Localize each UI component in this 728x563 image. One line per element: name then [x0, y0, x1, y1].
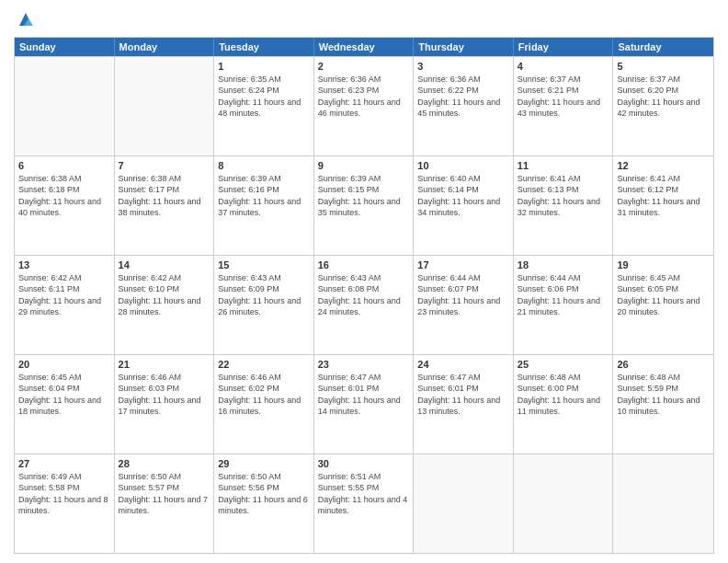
cell-info: Sunrise: 6:49 AM Sunset: 5:58 PM Dayligh…: [18, 471, 110, 516]
day-cell: 4Sunrise: 6:37 AM Sunset: 6:21 PM Daylig…: [514, 57, 614, 155]
day-number: 18: [518, 259, 609, 271]
day-cell: 23Sunrise: 6:47 AM Sunset: 6:01 PM Dayli…: [314, 355, 415, 454]
cell-info: Sunrise: 6:45 AM Sunset: 6:05 PM Dayligh…: [617, 272, 710, 317]
cell-info: Sunrise: 6:37 AM Sunset: 6:21 PM Dayligh…: [518, 74, 609, 119]
day-cell: 25Sunrise: 6:48 AM Sunset: 6:00 PM Dayli…: [514, 355, 614, 454]
cell-info: Sunrise: 6:37 AM Sunset: 6:20 PM Dayligh…: [617, 74, 710, 119]
day-cell: 5Sunrise: 6:37 AM Sunset: 6:20 PM Daylig…: [613, 57, 713, 155]
day-cell: 10Sunrise: 6:40 AM Sunset: 6:14 PM Dayli…: [414, 156, 514, 255]
day-cell: 16Sunrise: 6:43 AM Sunset: 6:08 PM Dayli…: [314, 256, 415, 354]
day-cell: 1Sunrise: 6:35 AM Sunset: 6:24 PM Daylig…: [214, 57, 314, 155]
cell-info: Sunrise: 6:48 AM Sunset: 5:59 PM Dayligh…: [617, 372, 710, 417]
day-cell: 15Sunrise: 6:43 AM Sunset: 6:09 PM Dayli…: [214, 256, 314, 354]
empty-cell: [115, 57, 215, 155]
day-number: 28: [119, 457, 210, 470]
calendar-header: SundayMondayTuesdayWednesdayThursdayFrid…: [15, 38, 713, 56]
cell-info: Sunrise: 6:43 AM Sunset: 6:08 PM Dayligh…: [318, 272, 410, 317]
weekday-header: Tuesday: [214, 38, 314, 56]
cell-info: Sunrise: 6:41 AM Sunset: 6:13 PM Dayligh…: [518, 173, 609, 218]
day-cell: 13Sunrise: 6:42 AM Sunset: 6:11 PM Dayli…: [15, 256, 115, 354]
calendar-row: 27Sunrise: 6:49 AM Sunset: 5:58 PM Dayli…: [15, 454, 713, 553]
day-number: 5: [617, 60, 710, 73]
day-cell: 14Sunrise: 6:42 AM Sunset: 6:10 PM Dayli…: [115, 256, 215, 354]
cell-info: Sunrise: 6:41 AM Sunset: 6:12 PM Dayligh…: [617, 173, 710, 218]
cell-info: Sunrise: 6:42 AM Sunset: 6:10 PM Dayligh…: [119, 272, 210, 317]
day-number: 17: [417, 259, 509, 271]
day-number: 8: [218, 159, 310, 172]
cell-info: Sunrise: 6:45 AM Sunset: 6:04 PM Dayligh…: [18, 372, 110, 417]
day-cell: 11Sunrise: 6:41 AM Sunset: 6:13 PM Dayli…: [514, 156, 614, 255]
cell-info: Sunrise: 6:51 AM Sunset: 5:55 PM Dayligh…: [318, 471, 410, 516]
header: [14, 9, 714, 29]
empty-cell: [15, 57, 115, 155]
cell-info: Sunrise: 6:38 AM Sunset: 6:18 PM Dayligh…: [18, 173, 110, 218]
weekday-header: Thursday: [414, 38, 514, 56]
weekday-header: Sunday: [15, 38, 115, 56]
cell-info: Sunrise: 6:36 AM Sunset: 6:23 PM Dayligh…: [318, 74, 410, 119]
day-cell: 22Sunrise: 6:46 AM Sunset: 6:02 PM Dayli…: [214, 355, 314, 454]
day-cell: 27Sunrise: 6:49 AM Sunset: 5:58 PM Dayli…: [15, 454, 115, 553]
page: SundayMondayTuesdayWednesdayThursdayFrid…: [0, 0, 728, 563]
day-number: 2: [318, 60, 410, 73]
cell-info: Sunrise: 6:42 AM Sunset: 6:11 PM Dayligh…: [18, 272, 110, 317]
day-cell: 17Sunrise: 6:44 AM Sunset: 6:07 PM Dayli…: [414, 256, 514, 354]
logo: [14, 9, 36, 29]
day-number: 25: [518, 358, 609, 371]
calendar-body: 1Sunrise: 6:35 AM Sunset: 6:24 PM Daylig…: [15, 56, 713, 553]
day-cell: 3Sunrise: 6:36 AM Sunset: 6:22 PM Daylig…: [414, 57, 514, 155]
cell-info: Sunrise: 6:47 AM Sunset: 6:01 PM Dayligh…: [417, 372, 509, 417]
day-number: 30: [318, 457, 410, 470]
day-number: 19: [617, 259, 710, 271]
cell-info: Sunrise: 6:39 AM Sunset: 6:15 PM Dayligh…: [318, 173, 410, 218]
day-number: 7: [119, 159, 210, 172]
day-number: 20: [18, 358, 110, 371]
cell-info: Sunrise: 6:46 AM Sunset: 6:02 PM Dayligh…: [218, 372, 310, 417]
day-cell: 9Sunrise: 6:39 AM Sunset: 6:15 PM Daylig…: [314, 156, 415, 255]
day-number: 1: [218, 60, 310, 73]
day-cell: 21Sunrise: 6:46 AM Sunset: 6:03 PM Dayli…: [115, 355, 215, 454]
day-number: 15: [218, 259, 310, 271]
weekday-header: Wednesday: [314, 38, 415, 56]
day-number: 26: [617, 358, 710, 371]
day-cell: 19Sunrise: 6:45 AM Sunset: 6:05 PM Dayli…: [613, 256, 713, 354]
cell-info: Sunrise: 6:44 AM Sunset: 6:07 PM Dayligh…: [417, 272, 509, 317]
day-number: 16: [318, 259, 410, 271]
day-number: 24: [417, 358, 509, 371]
cell-info: Sunrise: 6:43 AM Sunset: 6:09 PM Dayligh…: [218, 272, 310, 317]
day-cell: 18Sunrise: 6:44 AM Sunset: 6:06 PM Dayli…: [514, 256, 614, 354]
day-cell: 24Sunrise: 6:47 AM Sunset: 6:01 PM Dayli…: [414, 355, 514, 454]
day-number: 27: [18, 457, 110, 470]
weekday-header: Saturday: [613, 38, 713, 56]
cell-info: Sunrise: 6:48 AM Sunset: 6:00 PM Dayligh…: [518, 372, 609, 417]
day-number: 9: [318, 159, 410, 172]
day-cell: 12Sunrise: 6:41 AM Sunset: 6:12 PM Dayli…: [613, 156, 713, 255]
cell-info: Sunrise: 6:50 AM Sunset: 5:57 PM Dayligh…: [119, 471, 210, 516]
cell-info: Sunrise: 6:36 AM Sunset: 6:22 PM Dayligh…: [417, 74, 509, 119]
cell-info: Sunrise: 6:35 AM Sunset: 6:24 PM Dayligh…: [218, 74, 310, 119]
day-number: 29: [218, 457, 310, 470]
day-number: 14: [119, 259, 210, 271]
weekday-header: Monday: [115, 38, 215, 56]
day-cell: 20Sunrise: 6:45 AM Sunset: 6:04 PM Dayli…: [15, 355, 115, 454]
day-number: 10: [417, 159, 509, 172]
day-number: 3: [417, 60, 509, 73]
day-cell: 2Sunrise: 6:36 AM Sunset: 6:23 PM Daylig…: [314, 57, 415, 155]
day-number: 13: [18, 259, 110, 271]
day-cell: 29Sunrise: 6:50 AM Sunset: 5:56 PM Dayli…: [214, 454, 314, 553]
day-cell: 26Sunrise: 6:48 AM Sunset: 5:59 PM Dayli…: [613, 355, 713, 454]
weekday-header: Friday: [514, 38, 614, 56]
day-number: 21: [119, 358, 210, 371]
day-cell: 7Sunrise: 6:38 AM Sunset: 6:17 PM Daylig…: [115, 156, 215, 255]
day-cell: 30Sunrise: 6:51 AM Sunset: 5:55 PM Dayli…: [314, 454, 415, 553]
day-number: 6: [18, 159, 110, 172]
cell-info: Sunrise: 6:46 AM Sunset: 6:03 PM Dayligh…: [119, 372, 210, 417]
calendar-row: 13Sunrise: 6:42 AM Sunset: 6:11 PM Dayli…: [15, 255, 713, 354]
cell-info: Sunrise: 6:39 AM Sunset: 6:16 PM Dayligh…: [218, 173, 310, 218]
calendar-row: 20Sunrise: 6:45 AM Sunset: 6:04 PM Dayli…: [15, 354, 713, 454]
day-number: 12: [617, 159, 710, 172]
day-cell: 8Sunrise: 6:39 AM Sunset: 6:16 PM Daylig…: [214, 156, 314, 255]
calendar: SundayMondayTuesdayWednesdayThursdayFrid…: [14, 37, 714, 554]
day-cell: 28Sunrise: 6:50 AM Sunset: 5:57 PM Dayli…: [115, 454, 215, 553]
day-number: 23: [318, 358, 410, 371]
day-cell: 6Sunrise: 6:38 AM Sunset: 6:18 PM Daylig…: [15, 156, 115, 255]
